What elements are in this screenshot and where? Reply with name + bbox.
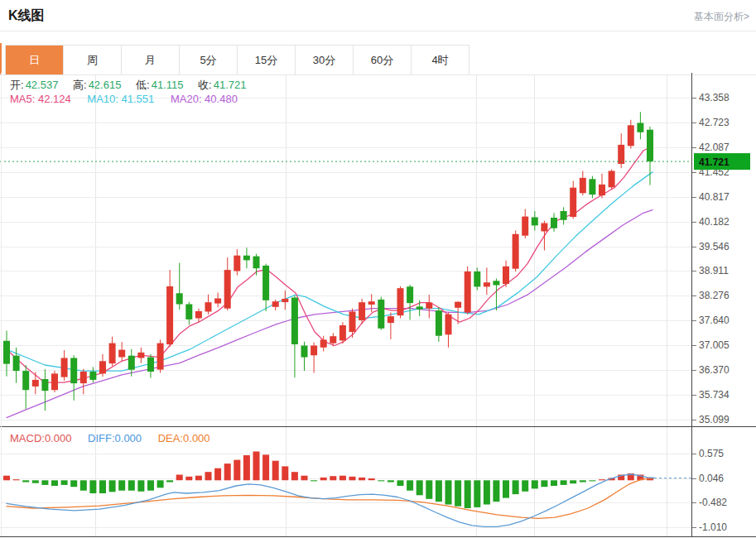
ma10-readout: MA10: 41.551 (87, 93, 154, 105)
tab-week[interactable]: 周 (64, 46, 122, 74)
svg-text:0.046: 0.046 (699, 473, 724, 484)
svg-text:40.182: 40.182 (699, 216, 730, 228)
close-value: 41.721 (214, 79, 247, 91)
tab-4hour[interactable]: 4时 (412, 46, 469, 74)
svg-text:43.358: 43.358 (699, 92, 730, 103)
high-label: 高: (73, 79, 87, 91)
dea-readout: DEA:0.000 (158, 432, 210, 444)
header-divider (0, 31, 756, 31)
svg-text:38.911: 38.911 (699, 265, 729, 276)
svg-text:40.817: 40.817 (699, 191, 730, 203)
low-label: 低: (136, 79, 150, 91)
page-title: K线图 (8, 7, 45, 25)
kline-chart[interactable]: 43.35842.72342.08741.45240.81740.18239.5… (0, 73, 756, 538)
interval-tabs: 日周月5分15分30分60分4时 (5, 45, 469, 75)
tab-5min[interactable]: 5分 (180, 46, 238, 74)
svg-text:-1.010: -1.010 (699, 521, 727, 533)
high-value: 42.615 (89, 79, 122, 91)
tab-30min[interactable]: 30分 (296, 46, 354, 74)
svg-text:42.087: 42.087 (699, 142, 730, 153)
tab-60min[interactable]: 60分 (354, 46, 412, 74)
tab-month[interactable]: 月 (122, 46, 180, 74)
svg-text:37.005: 37.005 (699, 339, 730, 351)
svg-text:42.723: 42.723 (699, 117, 730, 128)
svg-text:37.640: 37.640 (699, 315, 730, 326)
svg-text:36.370: 36.370 (699, 364, 730, 376)
ma20-readout: MA20: 40.480 (171, 93, 238, 105)
tab-day[interactable]: 日 (6, 46, 64, 74)
fundamental-analysis-link[interactable]: 基本面分析> (694, 10, 749, 24)
diff-readout: DIFF:0.000 (88, 432, 142, 444)
chart-canvas[interactable]: 43.35842.72342.08741.45240.81740.18239.5… (0, 73, 756, 538)
ma5-readout: MA5: 42.124 (10, 93, 71, 105)
svg-text:-0.482: -0.482 (699, 497, 727, 508)
tab-15min[interactable]: 15分 (238, 46, 296, 74)
low-value: 41.115 (152, 79, 184, 91)
ohlc-row: 开:42.537 高:42.615 低:41.115 收:41.721 (10, 78, 258, 93)
macd-readout: MACD:0.000 (10, 432, 71, 444)
open-label: 开: (10, 79, 24, 91)
svg-text:35.099: 35.099 (699, 414, 730, 425)
svg-text:35.734: 35.734 (699, 389, 730, 401)
left-accent-strip (0, 43, 2, 74)
close-label: 收: (198, 79, 212, 91)
svg-text:39.546: 39.546 (699, 241, 730, 252)
open-value: 42.537 (26, 79, 59, 91)
kline-widget: K线图 基本面分析> 日周月5分15分30分60分4时 43.35842.723… (0, 0, 756, 538)
macd-legend-row: MACD:0.000 DIFF:0.000 DEA:0.000 (10, 432, 224, 444)
ma-legend-row: MA5: 42.124 MA10: 41.551 MA20: 40.480 (10, 93, 251, 105)
svg-text:38.276: 38.276 (699, 290, 730, 301)
last-price-value: 41.721 (699, 156, 730, 168)
svg-text:0.575: 0.575 (699, 448, 724, 459)
